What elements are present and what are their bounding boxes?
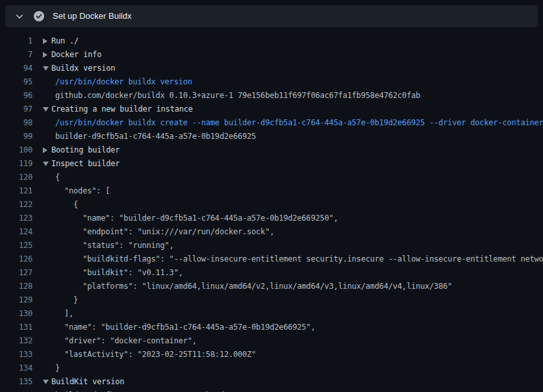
log-line: 94Buildx version	[0, 62, 543, 75]
log-line: 126 "buildkitd-flags": "--allow-insecure…	[0, 252, 543, 266]
log-group-header[interactable]: Inspect builder	[43, 157, 120, 171]
line-number[interactable]: 7	[0, 48, 32, 62]
line-number[interactable]: 97	[0, 103, 32, 116]
log-line: 125 "status": "running",	[0, 239, 543, 252]
line-number[interactable]: 134	[0, 361, 32, 375]
log-output-text: ],	[43, 307, 73, 321]
chevron-down-icon[interactable]	[43, 162, 51, 166]
log-line: 129 }	[0, 293, 543, 307]
line-number[interactable]: 128	[0, 280, 32, 293]
line-number[interactable]: 123	[0, 212, 32, 225]
log-output-text: {	[43, 171, 60, 184]
line-number[interactable]: 126	[0, 252, 32, 266]
output-text: "platforms": "linux/amd64,linux/amd64/v2…	[55, 280, 452, 293]
log-output-text: "lastActivity": "2023-02-25T11:58:12.000…	[43, 348, 256, 361]
chevron-right-icon[interactable]	[43, 52, 51, 58]
chevron-right-icon[interactable]	[43, 147, 51, 153]
chevron-right-icon[interactable]	[43, 38, 51, 44]
log-group-title[interactable]: Creating a new builder instance	[51, 103, 193, 116]
log-line: 136builder-d9cfb5a1-c764-445a-a57e-0b19d…	[0, 389, 543, 392]
output-text: "buildkitd-flags": "--allow-insecure-ent…	[55, 252, 543, 266]
log-output-text: "buildkitd-flags": "--allow-insecure-ent…	[43, 252, 543, 266]
line-number[interactable]: 120	[0, 171, 32, 184]
line-number[interactable]: 136	[0, 389, 32, 392]
log-group-header[interactable]: Buildx version	[43, 62, 115, 75]
line-number[interactable]: 95	[0, 75, 32, 89]
output-text: {	[55, 171, 60, 184]
line-number[interactable]: 132	[0, 334, 32, 348]
log-line: 96github.com/docker/buildx 0.10.3+azure-…	[0, 89, 543, 103]
line-number[interactable]: 121	[0, 184, 32, 198]
log-output-text: "driver": "docker-container",	[43, 334, 197, 348]
log-output-text: "nodes": [	[43, 184, 110, 198]
output-text: "endpoint": "unix:///var/run/docker.sock…	[55, 225, 274, 239]
output-text: "driver": "docker-container",	[55, 334, 197, 348]
log-line: 123 "name": "builder-d9cfb5a1-c764-445a-…	[0, 212, 543, 225]
line-number[interactable]: 94	[0, 62, 32, 75]
command-text: /usr/bin/docker buildx version	[55, 75, 192, 89]
output-text: "name": "builder-d9cfb5a1-c764-445a-a57e…	[55, 212, 338, 225]
line-number[interactable]: 98	[0, 116, 32, 130]
log-output-text: builder-d9cfb5a1-c764-445a-a57e-0b19d2e6…	[43, 389, 301, 392]
log-line: 133 "lastActivity": "2023-02-25T11:58:12…	[0, 348, 543, 361]
line-number[interactable]: 130	[0, 307, 32, 321]
log-line: 97Creating a new builder instance	[0, 103, 543, 116]
log-group-header[interactable]: Booting builder	[43, 143, 120, 157]
log-group-header[interactable]: Docker info	[43, 48, 101, 62]
chevron-down-icon[interactable]	[14, 11, 25, 21]
log-output-text: "endpoint": "unix:///var/run/docker.sock…	[43, 225, 274, 239]
log-line: 128 "platforms": "linux/amd64,linux/amd6…	[0, 280, 543, 293]
log-line: 130 ],	[0, 307, 543, 321]
log-group-title[interactable]: Inspect builder	[51, 157, 120, 171]
output-text: "lastActivity": "2023-02-25T11:58:12.000…	[55, 348, 256, 361]
output-text: "name": "builder-d9cfb5a1-c764-445a-a57e…	[55, 321, 315, 334]
line-number[interactable]: 119	[0, 157, 32, 171]
log-line: 95/usr/bin/docker buildx version	[0, 75, 543, 89]
log-group-title[interactable]: Booting builder	[51, 143, 120, 157]
line-number[interactable]: 125	[0, 239, 32, 252]
output-text: }	[55, 293, 78, 307]
command-text: /usr/bin/docker buildx create --name bui…	[55, 116, 543, 130]
log-line: 135BuildKit version	[0, 375, 543, 389]
log-group-title[interactable]: Buildx version	[51, 62, 115, 75]
line-number[interactable]: 133	[0, 348, 32, 361]
log-group-header[interactable]: Creating a new builder instance	[43, 103, 193, 116]
line-number[interactable]: 100	[0, 143, 32, 157]
log-output-text: "name": "builder-d9cfb5a1-c764-445a-a57e…	[43, 321, 315, 334]
log-output-text: }	[43, 293, 78, 307]
line-number[interactable]: 124	[0, 225, 32, 239]
output-text: ],	[55, 307, 73, 321]
output-text: builder-d9cfb5a1-c764-445a-a57e-0b19d2e6…	[55, 389, 301, 392]
log-line: 98/usr/bin/docker buildx create --name b…	[0, 116, 543, 130]
line-number[interactable]: 122	[0, 198, 32, 212]
log-output-text: "status": "running",	[43, 239, 174, 252]
output-text: "buildkit": "v0.11.3",	[55, 266, 183, 280]
log-line: 122 {	[0, 198, 543, 212]
line-number[interactable]: 127	[0, 266, 32, 280]
log-group-title[interactable]: BuildKit version	[51, 375, 124, 389]
line-number[interactable]: 131	[0, 321, 32, 334]
log-group-title[interactable]: Run ./	[51, 34, 79, 48]
step-title: Set up Docker Buildx	[53, 5, 131, 27]
log-group-header[interactable]: BuildKit version	[43, 375, 124, 389]
output-text: {	[55, 198, 78, 212]
line-number[interactable]: 1	[0, 34, 32, 48]
log-group-header[interactable]: Run ./	[43, 34, 79, 48]
step-header[interactable]: Set up Docker Buildx	[5, 5, 538, 27]
output-text: }	[55, 361, 60, 375]
output-text: "status": "running",	[55, 239, 174, 252]
line-number[interactable]: 96	[0, 89, 32, 103]
line-number[interactable]: 135	[0, 375, 32, 389]
line-number[interactable]: 99	[0, 130, 32, 143]
log-output-text: {	[43, 198, 78, 212]
log-line: 134}	[0, 361, 543, 375]
log-group-title[interactable]: Docker info	[51, 48, 101, 62]
line-number[interactable]: 129	[0, 293, 32, 307]
chevron-down-icon[interactable]	[43, 66, 51, 71]
chevron-down-icon[interactable]	[43, 380, 51, 384]
chevron-down-icon[interactable]	[43, 107, 51, 112]
log-output-text: builder-d9cfb5a1-c764-445a-a57e-0b19d2e6…	[43, 130, 256, 143]
log-command-text: /usr/bin/docker buildx create --name bui…	[43, 116, 543, 130]
output-text: github.com/docker/buildx 0.10.3+azure-1 …	[55, 89, 420, 103]
log-output-text: "buildkit": "v0.11.3",	[43, 266, 183, 280]
